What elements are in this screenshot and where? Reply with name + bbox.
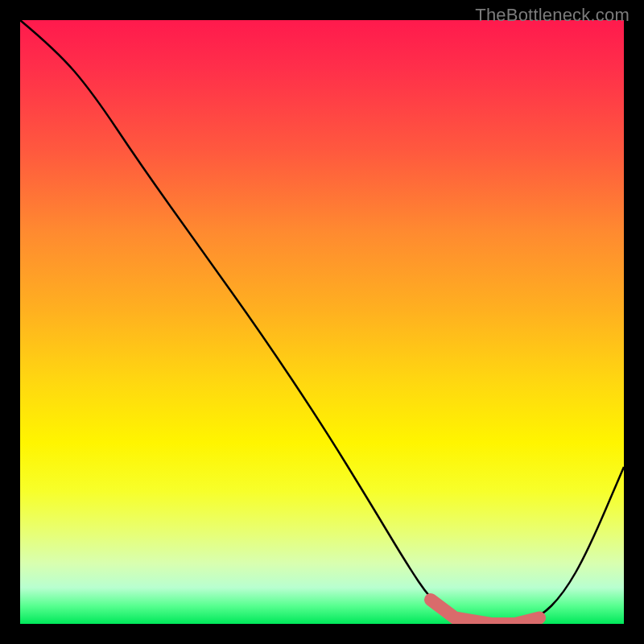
chart-highlight-svg xyxy=(20,20,624,624)
chart-frame xyxy=(20,20,624,624)
curve-highlight-segment xyxy=(431,600,539,624)
watermark-label: TheBottleneck.com xyxy=(475,5,630,26)
